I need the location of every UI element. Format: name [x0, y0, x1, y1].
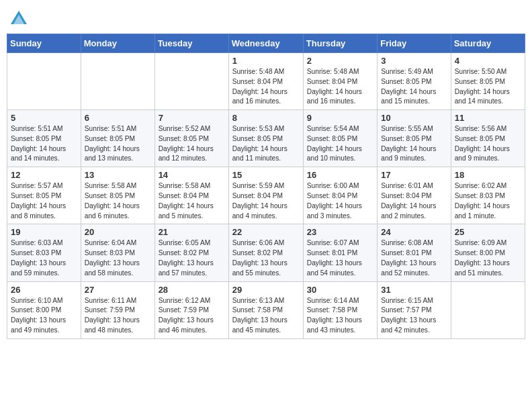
day-info: Sunrise: 5:54 AM Sunset: 8:05 PM Dayligh…	[307, 124, 373, 164]
day-info: Sunrise: 6:01 AM Sunset: 8:04 PM Dayligh…	[381, 181, 447, 221]
day-number: 26	[11, 285, 77, 295]
day-number: 23	[307, 227, 373, 237]
calendar-cell: 30Sunrise: 6:14 AM Sunset: 7:58 PM Dayli…	[303, 281, 377, 338]
calendar-cell: 23Sunrise: 6:07 AM Sunset: 8:01 PM Dayli…	[303, 224, 377, 281]
day-number: 13	[85, 170, 151, 180]
day-info: Sunrise: 6:09 AM Sunset: 8:00 PM Dayligh…	[455, 238, 521, 278]
day-info: Sunrise: 6:15 AM Sunset: 7:57 PM Dayligh…	[381, 296, 447, 336]
day-info: Sunrise: 5:52 AM Sunset: 8:05 PM Dayligh…	[159, 124, 225, 164]
day-number: 2	[307, 56, 373, 66]
day-info: Sunrise: 5:48 AM Sunset: 8:04 PM Dayligh…	[307, 67, 373, 107]
calendar-table: SundayMondayTuesdayWednesdayThursdayFrid…	[7, 34, 525, 339]
day-info: Sunrise: 5:58 AM Sunset: 8:04 PM Dayligh…	[159, 181, 225, 221]
week-row-0: 1Sunrise: 5:48 AM Sunset: 8:04 PM Daylig…	[7, 53, 525, 110]
day-info: Sunrise: 6:14 AM Sunset: 7:58 PM Dayligh…	[307, 296, 373, 336]
header-wednesday: Wednesday	[228, 34, 303, 53]
calendar-cell: 24Sunrise: 6:08 AM Sunset: 8:01 PM Dayli…	[378, 224, 451, 281]
calendar-cell: 10Sunrise: 5:55 AM Sunset: 8:05 PM Dayli…	[378, 110, 451, 167]
header-friday: Friday	[378, 34, 451, 53]
day-number: 7	[159, 113, 225, 123]
calendar-cell: 20Sunrise: 6:04 AM Sunset: 8:03 PM Dayli…	[81, 224, 154, 281]
day-number: 1	[232, 56, 300, 66]
calendar-cell: 14Sunrise: 5:58 AM Sunset: 8:04 PM Dayli…	[154, 167, 228, 224]
day-number: 4	[455, 56, 521, 66]
day-info: Sunrise: 6:12 AM Sunset: 7:59 PM Dayligh…	[159, 296, 225, 336]
calendar-cell: 31Sunrise: 6:15 AM Sunset: 7:57 PM Dayli…	[378, 281, 451, 338]
calendar-cell: 3Sunrise: 5:49 AM Sunset: 8:05 PM Daylig…	[378, 53, 451, 110]
day-number: 17	[381, 170, 447, 180]
day-info: Sunrise: 6:02 AM Sunset: 8:03 PM Dayligh…	[455, 181, 521, 221]
day-number: 22	[232, 227, 300, 237]
day-number: 20	[85, 227, 151, 237]
day-info: Sunrise: 5:49 AM Sunset: 8:05 PM Dayligh…	[381, 67, 447, 107]
calendar-cell: 4Sunrise: 5:50 AM Sunset: 8:05 PM Daylig…	[451, 53, 525, 110]
calendar-cell	[7, 53, 81, 110]
calendar-cell: 13Sunrise: 5:58 AM Sunset: 8:05 PM Dayli…	[81, 167, 154, 224]
header-thursday: Thursday	[303, 34, 377, 53]
day-info: Sunrise: 5:51 AM Sunset: 8:05 PM Dayligh…	[85, 124, 151, 164]
day-info: Sunrise: 6:03 AM Sunset: 8:03 PM Dayligh…	[11, 238, 77, 278]
day-number: 6	[85, 113, 151, 123]
calendar-cell: 25Sunrise: 6:09 AM Sunset: 8:00 PM Dayli…	[451, 224, 525, 281]
day-info: Sunrise: 6:08 AM Sunset: 8:01 PM Dayligh…	[381, 238, 447, 278]
day-info: Sunrise: 6:07 AM Sunset: 8:01 PM Dayligh…	[307, 238, 373, 278]
day-info: Sunrise: 6:11 AM Sunset: 7:59 PM Dayligh…	[85, 296, 151, 336]
calendar-cell: 15Sunrise: 5:59 AM Sunset: 8:04 PM Dayli…	[228, 167, 303, 224]
day-info: Sunrise: 6:05 AM Sunset: 8:02 PM Dayligh…	[159, 238, 225, 278]
day-number: 19	[11, 227, 77, 237]
week-row-3: 19Sunrise: 6:03 AM Sunset: 8:03 PM Dayli…	[7, 224, 525, 281]
day-info: Sunrise: 6:04 AM Sunset: 8:03 PM Dayligh…	[85, 238, 151, 278]
calendar-cell: 19Sunrise: 6:03 AM Sunset: 8:03 PM Dayli…	[7, 224, 81, 281]
logo	[9, 9, 30, 28]
calendar-cell	[81, 53, 154, 110]
day-info: Sunrise: 5:56 AM Sunset: 8:05 PM Dayligh…	[455, 124, 521, 164]
calendar-cell: 21Sunrise: 6:05 AM Sunset: 8:02 PM Dayli…	[154, 224, 228, 281]
calendar-cell: 27Sunrise: 6:11 AM Sunset: 7:59 PM Dayli…	[81, 281, 154, 338]
day-info: Sunrise: 5:51 AM Sunset: 8:05 PM Dayligh…	[11, 124, 77, 164]
calendar-cell: 18Sunrise: 6:02 AM Sunset: 8:03 PM Dayli…	[451, 167, 525, 224]
calendar-cell: 22Sunrise: 6:06 AM Sunset: 8:02 PM Dayli…	[228, 224, 303, 281]
calendar-cell	[154, 53, 228, 110]
day-info: Sunrise: 5:50 AM Sunset: 8:05 PM Dayligh…	[455, 67, 521, 107]
calendar-cell: 28Sunrise: 6:12 AM Sunset: 7:59 PM Dayli…	[154, 281, 228, 338]
week-row-1: 5Sunrise: 5:51 AM Sunset: 8:05 PM Daylig…	[7, 110, 525, 167]
day-info: Sunrise: 5:53 AM Sunset: 8:05 PM Dayligh…	[232, 124, 300, 164]
calendar-cell: 11Sunrise: 5:56 AM Sunset: 8:05 PM Dayli…	[451, 110, 525, 167]
day-info: Sunrise: 5:48 AM Sunset: 8:04 PM Dayligh…	[232, 67, 300, 107]
calendar-header-row: SundayMondayTuesdayWednesdayThursdayFrid…	[7, 34, 525, 53]
day-info: Sunrise: 6:13 AM Sunset: 7:58 PM Dayligh…	[232, 296, 300, 336]
day-number: 5	[11, 113, 77, 123]
day-number: 14	[159, 170, 225, 180]
day-number: 11	[455, 113, 521, 123]
day-number: 25	[455, 227, 521, 237]
calendar-cell: 17Sunrise: 6:01 AM Sunset: 8:04 PM Dayli…	[378, 167, 451, 224]
calendar-cell: 2Sunrise: 5:48 AM Sunset: 8:04 PM Daylig…	[303, 53, 377, 110]
day-number: 8	[232, 113, 300, 123]
day-info: Sunrise: 5:57 AM Sunset: 8:05 PM Dayligh…	[11, 181, 77, 221]
day-number: 3	[381, 56, 447, 66]
day-info: Sunrise: 5:58 AM Sunset: 8:05 PM Dayligh…	[85, 181, 151, 221]
page-header	[7, 7, 525, 28]
day-number: 27	[85, 285, 151, 295]
day-number: 31	[381, 285, 447, 295]
day-info: Sunrise: 6:06 AM Sunset: 8:02 PM Dayligh…	[232, 238, 300, 278]
logo-icon	[9, 9, 28, 28]
day-info: Sunrise: 5:59 AM Sunset: 8:04 PM Dayligh…	[232, 181, 300, 221]
calendar-cell: 8Sunrise: 5:53 AM Sunset: 8:05 PM Daylig…	[228, 110, 303, 167]
day-info: Sunrise: 6:10 AM Sunset: 8:00 PM Dayligh…	[11, 296, 77, 336]
day-number: 12	[11, 170, 77, 180]
week-row-4: 26Sunrise: 6:10 AM Sunset: 8:00 PM Dayli…	[7, 281, 525, 338]
day-number: 16	[307, 170, 373, 180]
header-tuesday: Tuesday	[154, 34, 228, 53]
calendar-cell: 12Sunrise: 5:57 AM Sunset: 8:05 PM Dayli…	[7, 167, 81, 224]
calendar-cell: 6Sunrise: 5:51 AM Sunset: 8:05 PM Daylig…	[81, 110, 154, 167]
day-number: 18	[455, 170, 521, 180]
day-number: 24	[381, 227, 447, 237]
day-number: 28	[159, 285, 225, 295]
calendar-cell: 26Sunrise: 6:10 AM Sunset: 8:00 PM Dayli…	[7, 281, 81, 338]
calendar-cell	[451, 281, 525, 338]
calendar-cell: 5Sunrise: 5:51 AM Sunset: 8:05 PM Daylig…	[7, 110, 81, 167]
header-monday: Monday	[81, 34, 154, 53]
day-number: 29	[232, 285, 300, 295]
day-info: Sunrise: 5:55 AM Sunset: 8:05 PM Dayligh…	[381, 124, 447, 164]
